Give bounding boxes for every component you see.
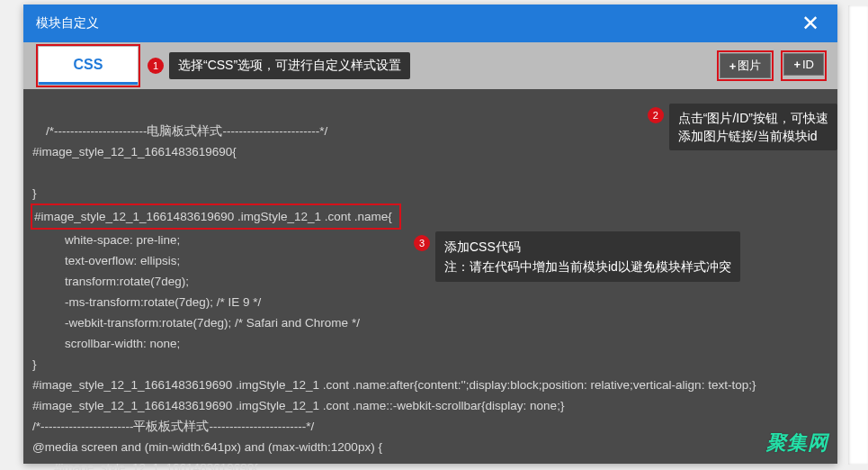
annotation-2-line2: 添加图片链接/当前模块id (678, 129, 818, 143)
annotation-badge-2: 2 (648, 107, 664, 123)
code-line: #image_style_12_1_1661483619690{ (32, 145, 237, 158)
titlebar: 模块自定义 ✕ (23, 5, 837, 42)
add-image-button[interactable]: + 图片 (720, 53, 772, 78)
page-scrollbar[interactable] (848, 5, 868, 465)
code-line: } (32, 186, 37, 200)
plus-icon: + (729, 59, 737, 73)
annotation-badge-1: 1 (148, 58, 164, 74)
tab-css[interactable]: CSS (39, 47, 138, 85)
code-line: /*-----------------------电脑板式样式---------… (46, 124, 327, 138)
annotation-3-line2: 注：请在代码中增加当前模块id以避免模块样式冲突 (444, 259, 731, 274)
code-line: } (32, 357, 37, 371)
code-line: #image_style_12_1_1661483619690 .imgStyl… (34, 210, 392, 223)
annotation-text-2: 点击“图片/ID”按钮，可快速 添加图片链接/当前模块id (669, 104, 837, 150)
add-id-button[interactable]: + ID (783, 53, 824, 76)
annotation-3: 3 添加CSS代码 注：请在代码中增加当前模块id以避免模块样式冲突 (414, 231, 740, 282)
highlight-box-id-btn: + ID (781, 50, 827, 81)
dialog-title: 模块自定义 (36, 15, 99, 32)
highlight-box-selector: #image_style_12_1_1661483619690 .imgStyl… (31, 203, 401, 230)
watermark: 聚集网 (766, 429, 828, 456)
code-line: #image_style_12_1_1661483619690 .imgStyl… (32, 378, 756, 392)
code-line: #image_style_12_1_1661483619690 .imgStyl… (32, 399, 564, 412)
code-line: /*-----------------------平板板式样式---------… (32, 420, 314, 433)
code-line: -ms-transform:rotate(7deg); /* IE 9 */ (32, 292, 828, 312)
code-line: -webkit-transform:rotate(7deg); /* Safar… (32, 312, 828, 333)
annotation-2: 2 点击“图片/ID”按钮，可快速 添加图片链接/当前模块id (648, 104, 837, 150)
code-line: #image_style_12_1_1661483619690{ (32, 457, 258, 470)
annotation-badge-3: 3 (414, 235, 430, 251)
module-custom-dialog: 模块自定义 ✕ CSS 1 选择“CSS”选项，可进行自定义样式设置 + 图片 … (23, 5, 837, 464)
code-line: scrollbar-width: none; (32, 333, 828, 354)
annotation-text-1: 选择“CSS”选项，可进行自定义样式设置 (169, 52, 410, 79)
add-image-label: 图片 (738, 58, 761, 74)
code-line: @media screen and (min-width:641px) and … (32, 440, 382, 454)
annotation-2-line1: 点击“图片/ID”按钮，可快速 (678, 111, 828, 125)
highlight-box-image-btn: + 图片 (717, 50, 774, 81)
add-id-label: ID (802, 58, 814, 71)
plus-icon: + (793, 58, 801, 71)
close-icon[interactable]: ✕ (796, 9, 825, 38)
tab-css-label: CSS (74, 57, 103, 73)
annotation-text-3: 添加CSS代码 注：请在代码中增加当前模块id以避免模块样式冲突 (435, 231, 740, 282)
highlight-box-1: CSS (36, 44, 140, 87)
toolbar: CSS 1 选择“CSS”选项，可进行自定义样式设置 + 图片 + ID (23, 42, 837, 89)
annotation-3-line1: 添加CSS代码 (444, 240, 521, 254)
